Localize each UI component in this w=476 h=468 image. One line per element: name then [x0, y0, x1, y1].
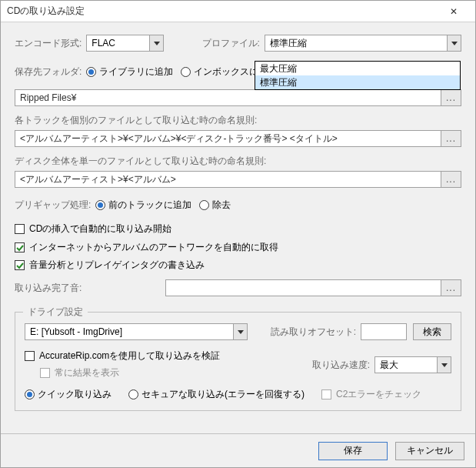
completesound-browse-button[interactable]: ...	[441, 279, 461, 296]
discnaming-input[interactable]: <アルバムアーティスト>¥<アルバム>	[15, 171, 441, 188]
radio-pregap-append[interactable]: 前のトラックに追加	[95, 199, 191, 212]
checkbox-icon	[25, 351, 35, 361]
window-title: CDの取り込み設定	[7, 5, 438, 18]
checkbox-icon	[321, 389, 331, 399]
encode-select[interactable]: FLAC	[86, 35, 164, 52]
discnaming-browse-button[interactable]: ...	[441, 171, 461, 188]
close-button[interactable]: ✕	[438, 1, 469, 22]
drive-select[interactable]: E: [Yubsoft - ImgDrive]	[25, 323, 248, 340]
drive-fieldset: ドライブ設定 E: [Yubsoft - ImgDrive] 読み取りオフセット…	[15, 312, 461, 411]
offset-input[interactable]	[361, 323, 407, 340]
profile-option-0[interactable]: 最大圧縮	[255, 62, 460, 75]
profile-select[interactable]: 標準圧縮	[265, 35, 461, 52]
radio-icon	[86, 67, 96, 77]
pregap-label: プリギャップ処理:	[15, 199, 91, 212]
profile-dropdown[interactable]: 最大圧縮 標準圧縮	[255, 61, 461, 90]
chevron-down-icon	[233, 324, 247, 339]
profile-label: プロファイル:	[202, 37, 260, 50]
check-c2[interactable]: C2エラーをチェック	[321, 388, 421, 401]
check-accuraterip[interactable]: AccurateRip.comを使用して取り込みを検証	[25, 349, 220, 363]
check-autorip[interactable]: CDの挿入で自動的に取り込み開始	[15, 222, 171, 236]
radio-securerip[interactable]: セキュアな取り込み(エラーを回復する)	[128, 388, 305, 401]
save-button[interactable]: 保存	[318, 442, 388, 460]
checkbox-icon	[15, 224, 25, 234]
check-alwaysshow[interactable]: 常に結果を表示	[40, 366, 119, 379]
radio-icon	[128, 389, 138, 399]
dialog-window: CDの取り込み設定 ✕ エンコード形式: FLAC プロファイル: 標準圧縮 最…	[0, 0, 476, 468]
radio-icon	[95, 200, 105, 210]
checkbox-icon	[40, 368, 50, 378]
chevron-down-icon	[447, 35, 461, 51]
encode-label: エンコード形式:	[15, 37, 82, 50]
profile-option-1[interactable]: 標準圧縮	[255, 75, 460, 89]
check-artwork[interactable]: インターネットからアルバムのアートワークを自動的に取得	[15, 241, 278, 254]
radio-library[interactable]: ライブラリに追加	[86, 65, 173, 79]
discnaming-label: ディスク全体を単一のファイルとして取り込む時の命名規則:	[15, 155, 461, 168]
cancel-button[interactable]: キャンセル	[395, 442, 464, 460]
tracknaming-browse-button[interactable]: ...	[441, 130, 461, 147]
offset-label: 読み取りオフセット:	[271, 326, 356, 339]
tracknaming-input[interactable]: <アルバムアーティスト>¥<アルバム>¥<ディスク-トラック番号> <タイトル>	[15, 130, 441, 147]
radio-icon	[199, 200, 209, 210]
checkbox-icon	[15, 242, 25, 252]
titlebar: CDの取り込み設定 ✕	[1, 1, 475, 22]
radio-icon	[25, 389, 35, 399]
radio-quickrip[interactable]: クイック取り込み	[25, 388, 112, 401]
check-replaygain[interactable]: 音量分析とリプレイゲインタグの書き込み	[15, 259, 205, 272]
profile-value: 標準圧縮	[270, 37, 307, 50]
speed-select[interactable]: 最大	[374, 356, 451, 373]
savefolder-input[interactable]: Ripped Files¥	[15, 89, 441, 106]
tracknaming-label: 各トラックを個別のファイルとして取り込む時の命名規則:	[15, 114, 461, 127]
checkbox-icon	[15, 260, 25, 270]
speed-label: 取り込み速度:	[312, 359, 370, 372]
close-icon: ✕	[450, 6, 458, 17]
chevron-down-icon	[437, 357, 451, 373]
dialog-footer: 保存 キャンセル	[1, 433, 475, 467]
savefolder-label: 保存先フォルダ:	[15, 65, 82, 79]
chevron-down-icon	[149, 35, 163, 51]
radio-library-label: ライブラリに追加	[99, 65, 173, 79]
radio-icon	[181, 67, 191, 77]
radio-pregap-remove[interactable]: 除去	[199, 199, 231, 212]
completesound-label: 取り込み完了音:	[15, 282, 161, 295]
drive-legend: ドライブ設定	[23, 306, 88, 319]
encode-value: FLAC	[92, 38, 115, 48]
completesound-input[interactable]	[165, 279, 441, 296]
savefolder-browse-button[interactable]: ...	[441, 89, 461, 106]
offset-search-button[interactable]: 検索	[413, 323, 451, 340]
